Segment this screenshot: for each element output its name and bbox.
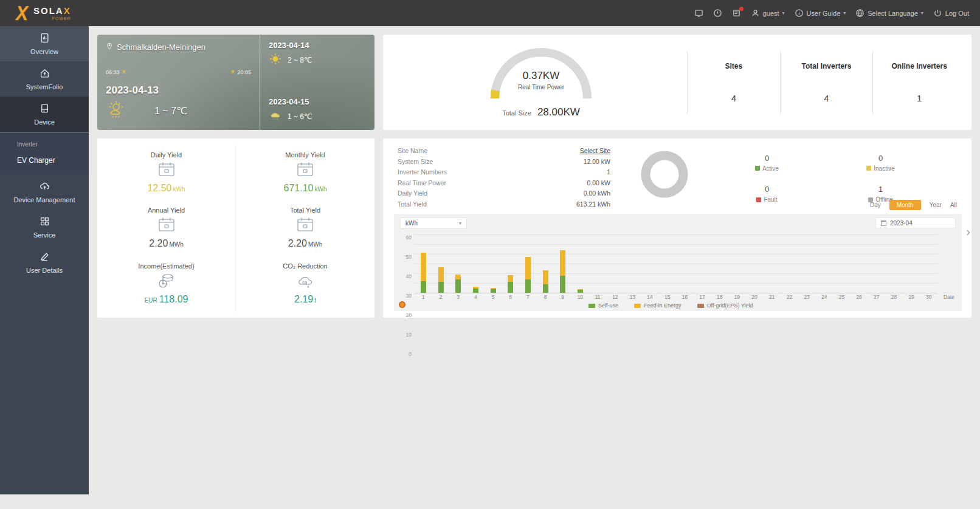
unit-select[interactable]: kWh ▾	[400, 217, 467, 229]
sidebar-item-overview[interactable]: Overview	[0, 26, 89, 61]
brand-sub: POWER	[52, 16, 71, 21]
sidebar-item-user-details[interactable]: User Details	[0, 245, 89, 280]
yield-stat-label: CO₂ Reduction	[283, 262, 327, 270]
x-tick-label: 8	[537, 294, 554, 300]
site-info-label: Inverter Numbers	[398, 167, 447, 178]
bar-column	[833, 234, 851, 293]
next-site-arrow[interactable]: ›	[966, 225, 970, 239]
period-tab-month[interactable]: Month	[889, 200, 921, 210]
topbar: X SOLAX POWER guest ▾ User Guide	[0, 0, 980, 26]
chart-legend: Self-useFeed-in EnergyOff-grid(EPS) Yiel…	[588, 302, 753, 309]
calendar-icon	[881, 220, 886, 226]
bar-segment-1	[421, 281, 426, 293]
stacked-bar	[578, 289, 583, 293]
site-icon	[40, 68, 50, 80]
y-tick-label: 0	[409, 351, 412, 357]
x-axis-title: Date	[944, 294, 954, 300]
bar-chart-plot: 0102030405060	[415, 234, 937, 293]
date-picker[interactable]: 2023-04	[875, 217, 956, 228]
status-legend-item: 0Active	[710, 147, 824, 179]
x-tick-label: 17	[694, 294, 711, 300]
x-tick-label: 22	[781, 294, 798, 300]
summary-stat-label: Sites	[725, 62, 742, 70]
stacked-bar	[421, 253, 426, 293]
solax-logo: X SOLAX POWER	[16, 3, 71, 24]
submenu-item-inverter[interactable]: Inverter	[0, 137, 89, 151]
period-tab-year[interactable]: Year	[930, 202, 942, 208]
period-tab-all[interactable]: All	[950, 202, 957, 208]
sidebar: Overview SystemFolio Device Inverter EV …	[0, 26, 89, 494]
chevron-down-icon: ▾	[921, 10, 923, 16]
yield-stat-label: Annual Yield	[148, 207, 185, 214]
bar-column	[571, 234, 589, 293]
notification-icon[interactable]	[732, 9, 741, 18]
chevron-down-icon: ▾	[843, 10, 846, 16]
sidebar-item-systemfolio[interactable]: SystemFolio	[0, 61, 89, 97]
x-tick-label: 19	[728, 294, 746, 300]
sunrise-time: 06:33	[106, 69, 120, 75]
bar-column	[851, 234, 868, 293]
sidebar-item-device-management[interactable]: Device Management	[0, 174, 89, 210]
stacked-bar	[543, 270, 548, 293]
summary-stat-value: 4	[824, 93, 829, 103]
logout-button[interactable]: Log Out	[933, 9, 969, 18]
x-tick-label: 9	[554, 294, 571, 300]
bar-column	[903, 234, 920, 293]
x-tick-label: 5	[485, 294, 502, 300]
bar-segment-2	[543, 270, 548, 284]
summary-stat-value: 4	[731, 93, 736, 103]
bar-column	[676, 234, 694, 293]
power-summary-card: 0.37KW Real Time Power Total Size 28.00K…	[383, 35, 971, 130]
submenu-item-ev-charger[interactable]: EV Charger	[0, 151, 89, 168]
bar-segment-2	[421, 253, 426, 281]
weather-today-date: 2023-04-13	[106, 84, 251, 97]
x-tick-label: 20	[746, 294, 764, 300]
user-guide-menu[interactable]: User Guide ▾	[795, 9, 846, 18]
sidebar-item-label: Overview	[30, 48, 58, 55]
carousel-dot[interactable]	[399, 301, 405, 308]
site-info-value: 613.21 kWh	[576, 199, 610, 210]
status-label: Active	[755, 165, 779, 172]
site-info-row: Site NameSelect Site	[398, 146, 610, 157]
period-tab-day[interactable]: Day	[870, 202, 881, 208]
bar-column	[746, 234, 764, 293]
bar-column	[606, 234, 624, 293]
select-site-link[interactable]: Select Site	[580, 146, 610, 157]
stacked-bar	[473, 287, 478, 293]
site-info-row: System Size12.00 kW	[398, 157, 610, 168]
status-label: Fault	[756, 196, 777, 203]
y-tick-label: 10	[406, 332, 412, 338]
yield-stat-unit: MWh	[308, 241, 322, 248]
app-download-icon[interactable]	[694, 9, 703, 18]
calendar-icon	[157, 217, 176, 235]
language-menu[interactable]: Select Language ▾	[855, 9, 923, 18]
x-tick-label: 10	[571, 294, 589, 300]
sun-icon	[269, 52, 282, 67]
yield-stat: Daily Yield12.50kWh	[97, 145, 236, 200]
yield-stat: Monthly Yield671.10kWh	[236, 145, 374, 200]
real-time-power-label: Real Time Power	[483, 84, 599, 91]
bar-column	[763, 234, 781, 293]
sidebar-item-device[interactable]: Device	[0, 97, 89, 132]
chevron-down-icon: ▾	[459, 220, 461, 226]
site-info-row: Inverter Numbers1	[398, 167, 610, 178]
status-count: 0	[878, 154, 883, 163]
weather-today-temp: 1 ~ 7℃	[154, 105, 187, 117]
weather-card: Schmalkalden-Meiningen 06:33 ☀ ☀ 20:05 2…	[97, 35, 374, 130]
yield-stat-label: Income(Estimated)	[138, 262, 194, 270]
bar-column	[868, 234, 885, 293]
status-count: 1	[878, 185, 883, 194]
help-center-icon[interactable]	[713, 9, 722, 18]
yield-stat-value: 12.50kWh	[147, 183, 185, 194]
bar-column	[485, 234, 502, 293]
sidebar-item-service[interactable]: Service	[0, 210, 89, 245]
site-info-value: 12.00 kW	[584, 157, 610, 168]
x-tick-label: 11	[589, 294, 607, 300]
status-color-dot	[755, 166, 760, 171]
language-label: Select Language	[868, 10, 918, 17]
user-menu[interactable]: guest ▾	[751, 9, 785, 18]
status-legend-item: 0Inactive	[824, 147, 937, 179]
bar-column	[885, 234, 903, 293]
stacked-bar	[508, 275, 513, 293]
bar-column	[728, 234, 746, 293]
